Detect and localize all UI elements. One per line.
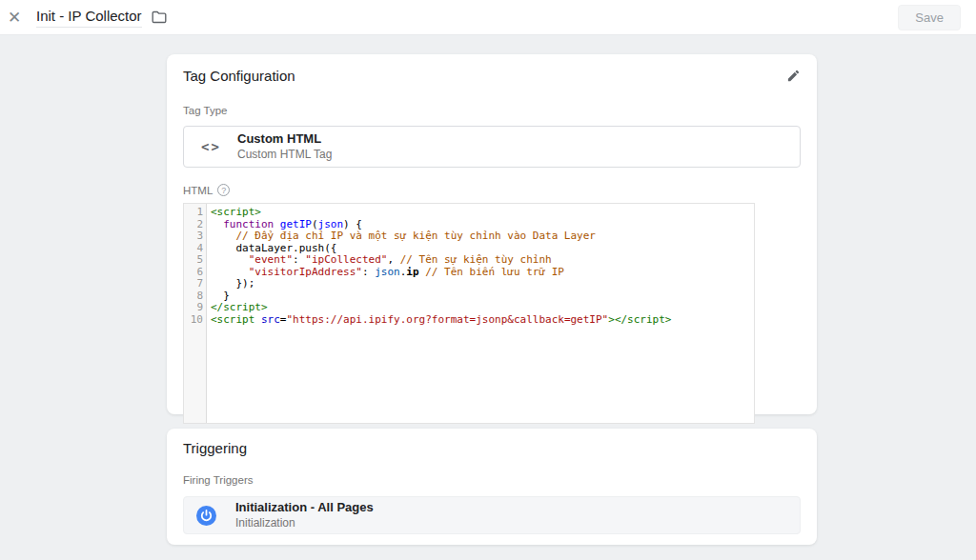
trigger-type: Initialization xyxy=(235,516,374,530)
line-number: 9 xyxy=(187,302,203,314)
code-icon: <> xyxy=(201,139,228,154)
tag-type-description: Custom HTML Tag xyxy=(237,148,332,162)
tag-configuration-header: Tag Configuration xyxy=(183,54,801,87)
code-line: }); xyxy=(211,278,671,290)
trigger-text: Initialization - All Pages Initializatio… xyxy=(235,500,374,530)
save-button[interactable]: Save xyxy=(898,5,961,30)
top-bar: ✕ Init - IP Collector Save xyxy=(0,0,976,35)
triggering-header: Triggering xyxy=(183,429,801,456)
html-field-label: HTML ? xyxy=(183,184,801,196)
html-label-text: HTML xyxy=(183,185,213,196)
firing-triggers-label: Firing Triggers xyxy=(183,474,801,486)
line-number: 3 xyxy=(187,230,203,243)
code-gutter: 12345678910 xyxy=(184,204,207,423)
code-line: } xyxy=(211,290,671,303)
tag-type-label-text: Tag Type xyxy=(183,105,227,116)
edit-pencil-icon[interactable] xyxy=(786,69,801,87)
line-number: 5 xyxy=(187,254,203,267)
folder-icon[interactable] xyxy=(152,10,167,24)
trigger-name: Initialization - All Pages xyxy=(235,500,374,515)
tag-name-title[interactable]: Init - IP Collector xyxy=(36,8,142,28)
tag-configuration-card: Tag Configuration Tag Type <> Custom HTM… xyxy=(167,54,817,414)
help-icon[interactable]: ? xyxy=(217,184,230,196)
trigger-row[interactable]: Initialization - All Pages Initializatio… xyxy=(183,496,801,534)
firing-triggers-label-text: Firing Triggers xyxy=(183,474,254,486)
tag-type-text: Custom HTML Custom HTML Tag xyxy=(237,131,332,161)
line-number: 10 xyxy=(187,314,203,327)
close-icon[interactable]: ✕ xyxy=(4,10,25,26)
tag-configuration-title: Tag Configuration xyxy=(183,68,295,84)
triggering-title: Triggering xyxy=(183,440,247,456)
code-lines[interactable]: <script> function getIP(json) { // Đẩy đ… xyxy=(207,204,671,423)
line-number: 1 xyxy=(187,207,203,219)
line-number: 7 xyxy=(187,278,203,290)
html-code-editor[interactable]: 12345678910 <script> function getIP(json… xyxy=(183,203,755,424)
code-line: <script src="https://api.ipify.org?forma… xyxy=(211,314,671,327)
tag-type-label: Tag Type xyxy=(183,105,801,116)
triggering-card: Triggering Firing Triggers Initializatio… xyxy=(167,429,817,545)
tag-type-row[interactable]: <> Custom HTML Custom HTML Tag xyxy=(183,126,801,168)
code-line: "visitorIpAddress": json.ip // Tên biến … xyxy=(211,267,671,279)
power-icon xyxy=(196,506,216,526)
tag-type-name: Custom HTML xyxy=(237,131,332,147)
